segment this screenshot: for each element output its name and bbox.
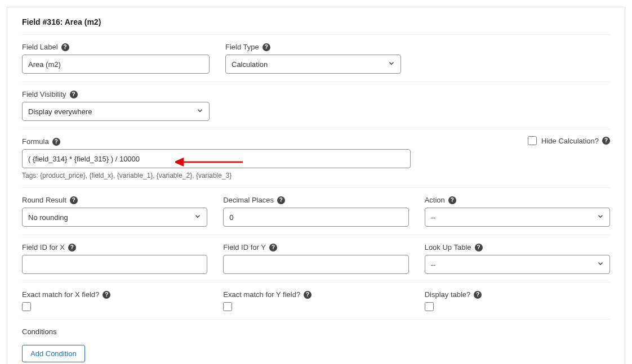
formula-label-text: Formula [22, 137, 49, 146]
exact-x-checkbox[interactable] [22, 302, 31, 311]
help-icon[interactable]: ? [475, 244, 483, 251]
panel-title: Field #316: Area (m2) [22, 17, 610, 26]
action-label: Action ? [425, 196, 610, 204]
conditions-label: Conditions [22, 327, 610, 336]
help-icon[interactable]: ? [103, 291, 110, 299]
exact-x-text: Exact match for X field? [22, 290, 99, 299]
col-display-table: Display table? ? [425, 290, 610, 311]
field-type-select[interactable]: Calculation [225, 55, 401, 74]
fieldid-y-label: Field ID for Y ? [223, 243, 408, 251]
decimal-places-input[interactable] [223, 208, 408, 227]
field-visibility-select[interactable]: Display everywhere [22, 102, 210, 121]
help-icon[interactable]: ? [61, 43, 69, 51]
help-icon[interactable]: ? [269, 244, 277, 251]
action-select-wrap: -- [425, 208, 610, 227]
round-result-select-wrap: No rounding [22, 208, 207, 227]
field-type-text: Field Type [225, 43, 259, 51]
field-visibility-text: Field Visibility [22, 90, 66, 98]
fieldid-y-text: Field ID for Y [223, 243, 266, 251]
divider [22, 34, 610, 35]
hide-calc-checkbox[interactable] [528, 136, 537, 145]
display-table-label: Display table? ? [425, 290, 610, 299]
col-fieldid-y: Field ID for Y ? [223, 243, 408, 274]
display-table-checkbox[interactable] [425, 302, 434, 311]
add-condition-button[interactable]: Add Condition [22, 345, 85, 362]
col-action: Action ? -- [425, 196, 610, 227]
help-icon[interactable]: ? [70, 196, 78, 204]
lookup-table-select-wrap: -- [425, 255, 610, 274]
exact-y-checkbox[interactable] [223, 302, 232, 311]
col-round-result: Round Result ? No rounding [22, 196, 207, 227]
col-field-label: Field Label ? [22, 43, 210, 74]
field-label-text: Field Label [22, 43, 58, 51]
help-icon[interactable]: ? [68, 244, 76, 251]
formula-hint: Tags: {product_price}, {field_x}, {varia… [22, 172, 411, 179]
field-type-label: Field Type ? [225, 43, 401, 51]
col-exact-y: Exact match for Y field? ? [223, 290, 408, 311]
field-visibility-select-wrap: Display everywhere [22, 102, 210, 121]
svg-marker-1 [175, 159, 183, 165]
section-conditions: Conditions Add Condition [22, 327, 610, 362]
row-visibility: Field Visibility ? Display everywhere [22, 90, 610, 129]
action-text: Action [425, 196, 445, 204]
row-round-decimal-action: Round Result ? No rounding Decimal Place… [22, 196, 610, 235]
round-result-select[interactable]: No rounding [22, 208, 207, 227]
formula-label: Formula ? [22, 137, 411, 146]
help-icon[interactable]: ? [277, 196, 285, 204]
field-type-select-wrap: Calculation [225, 55, 401, 74]
exact-x-label: Exact match for X field? ? [22, 290, 207, 299]
row-fieldid-lookup: Field ID for X ? Field ID for Y ? Look U… [22, 243, 610, 282]
fieldid-x-label: Field ID for X ? [22, 243, 207, 251]
field-settings-panel: Field #316: Area (m2) Field Label ? Fiel… [7, 7, 625, 364]
col-formula: Formula ? Tags: {product_price}, {field_… [22, 137, 411, 179]
exact-y-text: Exact match for Y field? [223, 290, 300, 299]
lookup-table-select[interactable]: -- [425, 255, 610, 274]
col-spacer [225, 90, 610, 121]
col-field-type: Field Type ? Calculation [225, 43, 401, 74]
help-icon[interactable]: ? [474, 291, 482, 299]
annotation-arrow-icon [175, 156, 243, 168]
display-table-text: Display table? [425, 290, 471, 299]
help-icon[interactable]: ? [448, 196, 456, 204]
col-field-visibility: Field Visibility ? Display everywhere [22, 90, 210, 121]
lookup-table-label: Look Up Table ? [425, 243, 610, 251]
action-select[interactable]: -- [425, 208, 610, 227]
hide-calc-row: Hide Calculation? ? [528, 136, 610, 145]
hide-calc-label: Hide Calculation? ? [541, 137, 610, 145]
fieldid-y-input[interactable] [223, 255, 408, 274]
col-spacer [417, 43, 610, 74]
help-icon[interactable]: ? [262, 43, 270, 51]
col-hidecalc: Hide Calculation? ? [426, 137, 610, 179]
col-lookup-table: Look Up Table ? -- [425, 243, 610, 274]
row-label-type: Field Label ? Field Type ? Calculation [22, 43, 610, 82]
decimal-places-text: Decimal Places [223, 196, 274, 204]
lookup-table-text: Look Up Table [425, 243, 471, 251]
exact-y-label: Exact match for Y field? ? [223, 290, 408, 299]
hide-calc-text: Hide Calculation? [541, 137, 599, 145]
round-result-text: Round Result [22, 196, 66, 204]
round-result-label: Round Result ? [22, 196, 207, 204]
decimal-places-label: Decimal Places ? [223, 196, 408, 204]
help-icon[interactable]: ? [602, 137, 610, 145]
col-decimal-places: Decimal Places ? [223, 196, 408, 227]
fieldid-x-text: Field ID for X [22, 243, 65, 251]
field-label-label: Field Label ? [22, 43, 210, 51]
fieldid-x-input[interactable] [22, 255, 207, 274]
help-icon[interactable]: ? [52, 138, 60, 146]
field-label-input[interactable] [22, 55, 210, 74]
field-visibility-label: Field Visibility ? [22, 90, 210, 98]
col-fieldid-x: Field ID for X ? [22, 243, 207, 274]
help-icon[interactable]: ? [304, 291, 311, 299]
col-exact-x: Exact match for X field? ? [22, 290, 207, 311]
row-formula: Formula ? Tags: {product_price}, {field_… [22, 137, 610, 188]
help-icon[interactable]: ? [70, 91, 78, 98]
row-exact-display: Exact match for X field? ? Exact match f… [22, 290, 610, 320]
